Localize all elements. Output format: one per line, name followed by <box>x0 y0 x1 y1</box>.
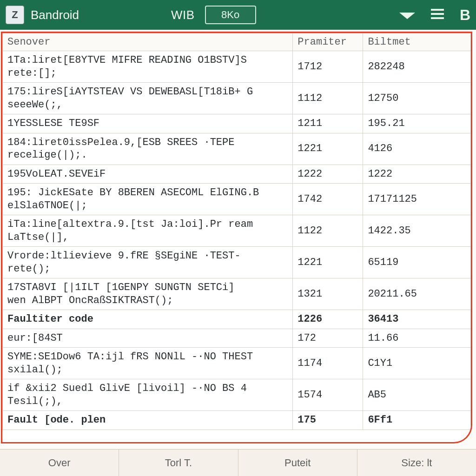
table-row[interactable]: 1YESSLESE TE9SF1211195.21 <box>3 114 471 133</box>
cell-pramiter: 1712 <box>293 51 363 83</box>
cell-biltmet: 4126 <box>363 133 471 165</box>
svg-rect-2 <box>431 13 444 15</box>
table-row[interactable]: Faultiter code122636413 <box>3 310 471 329</box>
cell-senover: 195: JickESate BY 8BEREN ASECOML ElGING.… <box>3 184 293 215</box>
table-row[interactable]: SYME:SE1Dow6 TA:ijl fRS NONlL -·NO THEST… <box>3 348 471 379</box>
cell-pramiter: 1221 <box>293 133 363 165</box>
app-icon: Z <box>6 6 24 24</box>
table-row[interactable]: if &xii2 Suedl GlivE [livoil] -·NO BS 4 … <box>3 379 471 411</box>
cell-biltmet: 20211.65 <box>363 278 471 310</box>
dropdown-triangle-icon[interactable] <box>399 8 415 22</box>
svg-rect-1 <box>431 9 444 11</box>
cell-senover: 17STA8VI [|1ILT [1GENPY SUNGTN SETCi] we… <box>3 278 293 310</box>
cell-biltmet: 65119 <box>363 247 471 278</box>
wib-label: WIB <box>171 8 195 22</box>
field-box[interactable]: 8Ko <box>205 6 256 24</box>
cell-biltmet: 12750 <box>363 83 471 114</box>
col-pramiter[interactable]: Pramiter <box>293 33 363 51</box>
col-senover[interactable]: Senover <box>3 33 293 51</box>
svg-rect-3 <box>431 17 444 19</box>
cell-biltmet: 11.66 <box>363 329 471 348</box>
table-row[interactable]: 195: JickESate BY 8BEREN ASECOML ElGING.… <box>3 184 471 215</box>
hamburger-menu-icon[interactable] <box>431 8 444 22</box>
cell-pramiter: 1742 <box>293 184 363 215</box>
tab-puteit-label: Puteit <box>284 457 311 469</box>
table-row[interactable]: iTa:line[altextra.9.[tst Ja:loi].Pr ream… <box>3 215 471 247</box>
tab-over[interactable]: Over <box>0 450 119 476</box>
cell-biltmet: C1Y1 <box>363 348 471 379</box>
cell-senover: eur:[84ST <box>3 329 293 348</box>
cell-senover: 1YESSLESE TE9SF <box>3 114 293 133</box>
cell-senover: if &xii2 Suedl GlivE [livoil] -·NO BS 4 … <box>3 379 293 411</box>
cell-senover: SYME:SE1Dow6 TA:ijl fRS NONlL -·NO THEST… <box>3 348 293 379</box>
tab-torl-label: Torl T. <box>165 457 192 469</box>
log-table: Senover Pramiter Biltmet 1Ta:liret[E8YTV… <box>2 33 471 430</box>
cell-senover: 195VoLEAT.SEVEiF <box>3 165 293 184</box>
table-row[interactable]: eur:[84ST17211.66 <box>3 329 471 348</box>
tab-size-label: Size: lt <box>401 457 432 469</box>
tab-torl[interactable]: Torl T. <box>119 450 238 476</box>
table-row[interactable]: 1Ta:liret[E8YTVE MIFRE READING O1BSTV]S … <box>3 51 471 83</box>
cell-biltmet: 36413 <box>363 310 471 329</box>
cell-biltmet: 195.21 <box>363 114 471 133</box>
cell-pramiter: 1222 <box>293 165 363 184</box>
tab-size[interactable]: Size: lt <box>357 450 476 476</box>
table-row[interactable]: Vrorde:ltlievieve 9.fRE §SEgiNE ·TEST- r… <box>3 247 471 278</box>
app-title: Bandroid <box>31 8 79 22</box>
cell-pramiter: 175 <box>293 411 363 430</box>
cell-pramiter: 1221 <box>293 247 363 278</box>
cell-senover: 184:liret0issPelea.9,[ESB SREES ·TEPE re… <box>3 133 293 165</box>
table-row[interactable]: 184:liret0issPelea.9,[ESB SREES ·TEPE re… <box>3 133 471 165</box>
cell-pramiter: 1122 <box>293 215 363 247</box>
cell-biltmet: 6Ff1 <box>363 411 471 430</box>
app-icon-letter: Z <box>12 9 18 21</box>
table-row[interactable]: Fault [ode. plen1756Ff1 <box>3 411 471 430</box>
cell-senover: Vrorde:ltlievieve 9.fRE §SEgiNE ·TEST- r… <box>3 247 293 278</box>
table-row[interactable]: 175:lireS[iAYTSTEAV VS DEWEBASL[T18iB+ G… <box>3 83 471 114</box>
cell-senover: Faultiter code <box>3 310 293 329</box>
cell-pramiter: 1321 <box>293 278 363 310</box>
cell-senover: 1Ta:liret[E8YTVE MIFRE READING O1BSTV]S … <box>3 51 293 83</box>
cell-pramiter: 1174 <box>293 348 363 379</box>
cell-biltmet: 282248 <box>363 51 471 83</box>
col-biltmet[interactable]: Biltmet <box>363 33 471 51</box>
cell-senover: iTa:line[altextra.9.[tst Ja:loi].Pr ream… <box>3 215 293 247</box>
tab-over-label: Over <box>48 457 71 469</box>
cell-senover: 175:lireS[iAYTSTEAV VS DEWEBASL[T18iB+ G… <box>3 83 293 114</box>
log-table-container: Senover Pramiter Biltmet 1Ta:liret[E8YTV… <box>1 32 472 443</box>
title-bar: Z Bandroid WIB 8Ko B <box>0 0 476 30</box>
bottom-tab-bar: Over Torl T. Puteit Size: lt <box>0 449 476 476</box>
cell-biltmet: AB5 <box>363 379 471 411</box>
cell-pramiter: 172 <box>293 329 363 348</box>
cell-biltmet: 17171125 <box>363 184 471 215</box>
table-row[interactable]: 195VoLEAT.SEVEiF12221222 <box>3 165 471 184</box>
cell-senover: Fault [ode. plen <box>3 411 293 430</box>
cell-biltmet: 1222 <box>363 165 471 184</box>
table-header-row: Senover Pramiter Biltmet <box>3 33 471 51</box>
cell-pramiter: 1211 <box>293 114 363 133</box>
cell-biltmet: 1422.35 <box>363 215 471 247</box>
field-value: 8Ko <box>221 9 239 21</box>
svg-marker-0 <box>399 13 415 19</box>
cell-pramiter: 1574 <box>293 379 363 411</box>
right-letter[interactable]: B <box>460 7 470 24</box>
cell-pramiter: 1112 <box>293 83 363 114</box>
tab-puteit[interactable]: Puteit <box>238 450 357 476</box>
cell-pramiter: 1226 <box>293 310 363 329</box>
table-row[interactable]: 17STA8VI [|1ILT [1GENPY SUNGTN SETCi] we… <box>3 278 471 310</box>
